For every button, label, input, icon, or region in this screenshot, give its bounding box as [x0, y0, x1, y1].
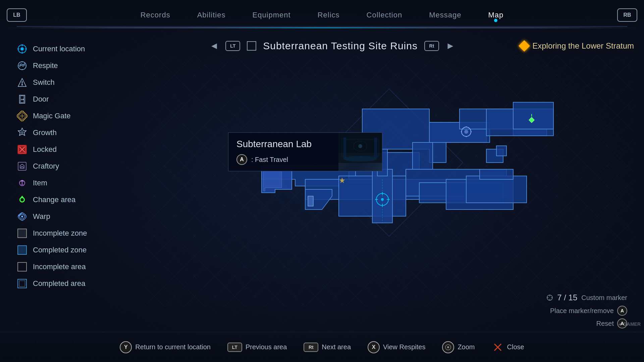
- svg-point-13: [21, 84, 23, 85]
- lt-button[interactable]: LT: [227, 343, 242, 352]
- x-button[interactable]: X: [368, 341, 380, 353]
- nav-item-equipment[interactable]: Equipment: [239, 11, 304, 19]
- y-button[interactable]: Y: [120, 341, 132, 353]
- map-title-icon: [247, 41, 256, 51]
- nav-item-message[interactable]: Message: [416, 11, 475, 19]
- legend-item-incomplete-area: Incomplete area: [17, 261, 87, 272]
- incomplete-area-icon: [17, 261, 28, 272]
- map-title-text: Subterranean Testing Site Ruins: [263, 40, 418, 52]
- return-label: Return to current location: [135, 343, 211, 351]
- svg-rect-28: [18, 162, 26, 170]
- nav-item-relics[interactable]: Relics: [304, 11, 353, 19]
- svg-rect-80: [343, 138, 346, 158]
- rb-bumper[interactable]: RB: [617, 8, 637, 22]
- svg-point-35: [20, 198, 24, 201]
- legend-label-completed-area: Completed area: [33, 279, 86, 288]
- tooltip-location-title: Subterranean Lab: [236, 139, 330, 149]
- nav-item-abilities[interactable]: Abilities: [184, 11, 239, 19]
- map-lt-bumper[interactable]: LT: [225, 41, 240, 51]
- legend-label-warp: Warp: [33, 212, 50, 221]
- place-marker-row: Place marker/remove A: [546, 306, 627, 316]
- legend-item-craftory: Craftory: [17, 161, 87, 172]
- nav-item-map[interactable]: Map: [475, 11, 517, 19]
- svg-point-36: [21, 216, 23, 218]
- svg-point-17: [23, 99, 24, 100]
- quest-diamond-icon: [519, 40, 530, 52]
- next-area-label: Next area: [322, 343, 351, 351]
- legend-item-switch: Switch: [17, 77, 87, 88]
- action-view-respites: X View Respites: [368, 341, 425, 353]
- locked-icon: [17, 144, 28, 155]
- legend-label-current-location: Current location: [33, 45, 85, 53]
- legend-item-locked: Locked: [17, 144, 87, 155]
- action-close: Close: [492, 341, 524, 353]
- tooltip-text-section: Subterranean Lab A : Fast Travel: [228, 133, 338, 171]
- legend-label-magic-gate: Magic Gate: [33, 112, 71, 120]
- fast-travel-btn[interactable]: A: [236, 154, 247, 165]
- bottom-action-bar: Y Return to current location LT Previous…: [0, 332, 644, 362]
- completed-zone-icon: [17, 245, 28, 255]
- legend-item-respite: Respite: [17, 60, 87, 71]
- action-prev-area: LT Previous area: [227, 343, 287, 352]
- svg-rect-54: [480, 169, 513, 179]
- action-return: Y Return to current location: [120, 341, 211, 353]
- reset-text: Reset: [596, 320, 614, 327]
- legend-label-switch: Switch: [33, 78, 55, 87]
- nav-items-container: Records Abilities Equipment Relics Colle…: [27, 11, 617, 19]
- nav-divider: [7, 27, 637, 28]
- legend-label-incomplete-zone: Incomplete zone: [33, 229, 87, 238]
- fast-travel-text: : Fast Travel: [251, 156, 288, 164]
- switch-icon: [17, 77, 28, 88]
- marker-actions-section: Place marker/remove A Reset A: [546, 306, 627, 328]
- svg-rect-53: [466, 176, 527, 203]
- svg-rect-60: [496, 146, 506, 156]
- map-title-section: ◄ LT Subterranean Testing Site Ruins Rt …: [144, 40, 520, 52]
- place-marker-btn[interactable]: A: [617, 306, 627, 316]
- marker-info-panel: 7 / 15 Custom marker Place marker/remove…: [546, 293, 627, 328]
- map-svg: [144, 55, 634, 307]
- nav-item-collection[interactable]: Collection: [353, 11, 416, 19]
- map-rt-bumper[interactable]: Rt: [424, 41, 439, 51]
- legend-item-warp: Warp: [17, 211, 87, 222]
- legend-label-door: Door: [33, 95, 49, 104]
- item-icon: [17, 178, 28, 188]
- view-respites-label: View Respites: [383, 343, 425, 351]
- reset-row: Reset A: [546, 318, 627, 328]
- craftory-icon: [17, 161, 28, 172]
- b-button-icon[interactable]: [492, 341, 504, 353]
- legend-item-door: Door: [17, 94, 87, 105]
- warp-icon: [17, 211, 28, 222]
- legend-label-incomplete-area: Incomplete area: [33, 262, 86, 271]
- map-nav-right-icon: ►: [446, 41, 455, 51]
- legend-item-completed-zone: Completed zone: [17, 245, 87, 255]
- respite-icon: [17, 60, 28, 71]
- nav-item-records[interactable]: Records: [127, 11, 184, 19]
- svg-rect-15: [20, 96, 24, 99]
- svg-rect-58: [413, 142, 433, 169]
- custom-marker-label: Custom marker: [581, 294, 627, 302]
- legend-label-respite: Respite: [33, 61, 58, 70]
- legend-label-change-area: Change area: [33, 195, 75, 204]
- rx-button[interactable]: [442, 341, 454, 353]
- location-tooltip: Subterranean Lab A : Fast Travel: [228, 132, 382, 171]
- svg-rect-56: [308, 196, 313, 206]
- legend-label-locked: Locked: [33, 145, 57, 154]
- svg-point-1: [20, 47, 24, 51]
- top-navigation: LB Records Abilities Equipment Relics Co…: [0, 0, 644, 30]
- zoom-label: Zoom: [458, 343, 475, 351]
- action-zoom: Zoom: [442, 341, 475, 353]
- svg-rect-16: [20, 100, 24, 103]
- prev-area-label: Previous area: [246, 343, 287, 351]
- legend-label-craftory: Craftory: [33, 162, 59, 171]
- legend-label-item: Item: [33, 179, 47, 187]
- legend-label-completed-zone: Completed zone: [33, 246, 87, 254]
- door-icon: [17, 94, 28, 105]
- lb-bumper[interactable]: LB: [7, 8, 27, 22]
- quest-info: Exploring the Lower Stratum: [520, 41, 634, 51]
- legend-item-change-area: Change area: [17, 194, 87, 205]
- legend-item-completed-area: Completed area: [17, 278, 87, 289]
- tooltip-preview-image: [338, 133, 382, 171]
- tooltip-action-row: A : Fast Travel: [236, 154, 330, 165]
- svg-rect-42: [513, 102, 553, 129]
- rt-button[interactable]: Rt: [304, 343, 318, 352]
